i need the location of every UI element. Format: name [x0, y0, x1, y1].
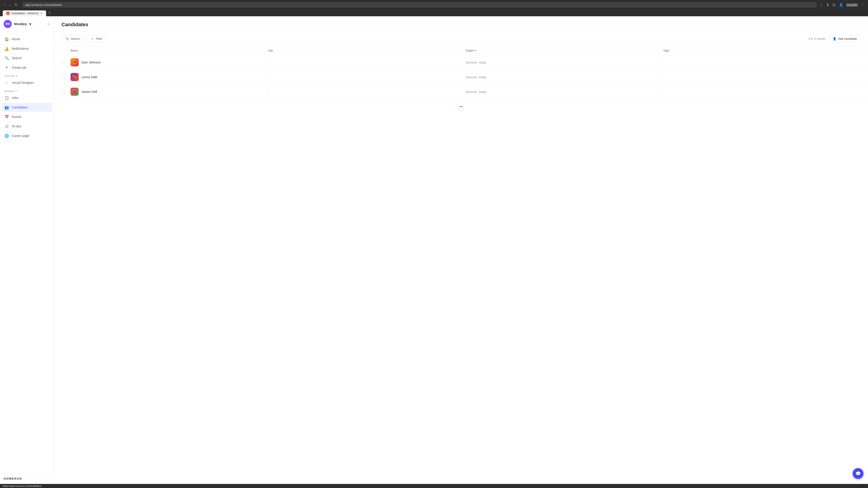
results-count: 3 of 3 results — [808, 37, 825, 40]
toolbar-right: 3 of 3 results 👤 Add candidate — [808, 35, 861, 42]
profile-icon[interactable]: 👤 — [838, 2, 844, 7]
col-header-checkbox — [61, 49, 70, 52]
candidate-job-2: - — [268, 75, 466, 79]
search-icon: 🔍 — [4, 56, 9, 60]
candidate-avatar-1: 🌻 — [70, 58, 79, 66]
chat-icon: 💬 — [855, 471, 861, 476]
tab-title: Candidates - Homerun — [11, 12, 39, 15]
spinner — [458, 106, 464, 111]
candidate-info-1: 🌻 Sam Johnson — [70, 58, 268, 66]
company-section: Moodjoy ▾ — [2, 88, 52, 93]
sidebar-header: MM Moodjoy ▾ « — [0, 16, 54, 32]
app-layout: MM Moodjoy ▾ « 🏠 Home 🔔 Notifications 🔍 … — [0, 16, 868, 484]
user-name: Moodjoy — [14, 22, 27, 26]
candidate-name-1: Sam Johnson — [81, 61, 101, 64]
toolbar-left: 🔍 Search ⚡ Filter — [61, 35, 106, 42]
row-checkbox-2[interactable] — [61, 75, 70, 79]
candidate-name-2: Leony Dale — [81, 75, 97, 79]
col-header-name: Name — [70, 49, 268, 52]
checkbox-1[interactable] — [61, 61, 65, 64]
search-button[interactable]: 🔍 Search — [61, 35, 84, 42]
extensions-icon[interactable]: ⧉ — [832, 2, 836, 7]
toolbar: 🔍 Search ⚡ Filter 3 of 3 results 👤 Add c… — [54, 31, 868, 46]
origin-sort-icon[interactable]: ▾ — [474, 49, 476, 52]
jobs-icon: 📋 — [4, 96, 9, 100]
candidate-job-3: - — [268, 90, 466, 94]
collapse-sidebar-button[interactable]: « — [46, 21, 51, 27]
sidebar-item-visual-designer-label: Visual Designer — [12, 81, 34, 85]
sidebar-item-jobs-label: Jobs — [12, 96, 19, 100]
table-header: Name Job Origin ▾ Tags — [54, 46, 868, 55]
candidate-origin-1: Sourced · today — [466, 61, 663, 64]
col-header-origin: Origin ▾ — [466, 49, 663, 52]
visual-designer-icon: ◎ — [4, 80, 9, 85]
browser-actions: ☆ ⬇ ⧉ 👤 Incognito ⋮ — [818, 2, 865, 7]
candidate-job-1: - — [268, 61, 466, 64]
table-row[interactable]: 🌻 Sam Johnson - Sourced · today - — [54, 55, 868, 70]
sidebar-item-career-page[interactable]: 🌐 Career page — [2, 131, 52, 140]
create-job-icon: + — [4, 65, 9, 70]
active-tab[interactable]: H Candidates - Homerun ✕ — [3, 10, 46, 16]
sidebar-item-home[interactable]: 🏠 Home — [2, 35, 52, 43]
back-button[interactable]: ‹ — [3, 2, 6, 8]
row-checkbox-1[interactable] — [61, 61, 70, 64]
sidebar-item-notifications[interactable]: 🔔 Notifications — [2, 44, 52, 53]
sidebar-item-search-label: Search — [12, 56, 22, 60]
candidates-icon: 👥 — [4, 105, 9, 109]
page-header: Candidates — [54, 16, 868, 31]
browser-controls: ‹ › ↻ ☆ ⬇ ⧉ 👤 Incognito ⋮ — [3, 2, 865, 8]
candidate-emoji-2: 🦖 — [72, 74, 78, 80]
add-candidate-button[interactable]: 👤 Add candidate — [829, 35, 861, 42]
checkbox-3[interactable] — [61, 90, 65, 94]
home-icon: 🏠 — [4, 37, 9, 41]
checkbox-2[interactable] — [61, 75, 65, 79]
candidate-info-2: 🦖 Leony Dale — [70, 73, 268, 81]
candidate-info-3: 🌺 James Dell — [70, 88, 268, 96]
user-info[interactable]: MM Moodjoy ▾ — [4, 20, 31, 28]
new-tab-button[interactable]: + — [46, 10, 53, 16]
add-candidate-label: Add candidate — [838, 37, 857, 40]
menu-icon[interactable]: ⋮ — [860, 2, 865, 7]
your-jobs-dropdown-icon: ▾ — [16, 74, 18, 77]
user-dropdown-icon: ▾ — [29, 22, 31, 26]
page-title: Candidates — [61, 22, 861, 31]
sidebar-item-career-page-label: Career page — [12, 134, 29, 138]
sidebar-item-jobs[interactable]: 📋 Jobs — [2, 93, 52, 102]
tab-close-button[interactable]: ✕ — [40, 12, 42, 15]
sidebar-item-visual-designer[interactable]: ◎ Visual Designer — [2, 78, 52, 87]
table-row[interactable]: 🦖 Leony Dale - Sourced · today - — [54, 70, 868, 85]
sidebar-item-candidates[interactable]: 👥 Candidates — [2, 103, 52, 112]
sidebar-item-create-job-label: Create job — [12, 66, 26, 69]
sidebar-item-events[interactable]: 📅 Events — [2, 112, 52, 121]
events-icon: 📅 — [4, 115, 9, 119]
add-candidate-icon: 👤 — [833, 37, 836, 40]
candidate-tags-1: - — [663, 61, 861, 64]
row-checkbox-3[interactable] — [61, 90, 70, 94]
download-icon[interactable]: ⬇ — [825, 2, 830, 7]
company-label: Moodjoy — [4, 90, 14, 92]
address-bar[interactable] — [23, 2, 817, 8]
filter-button[interactable]: ⚡ Filter — [87, 35, 106, 42]
your-jobs-section: Your jobs ▾ — [2, 72, 52, 78]
sidebar-item-create-job[interactable]: + Create job — [2, 63, 52, 72]
bookmark-icon[interactable]: ☆ — [818, 2, 824, 7]
forward-button[interactable]: › — [8, 2, 12, 8]
candidate-emoji-1: 🌻 — [72, 60, 78, 65]
tabs-bar: H Candidates - Homerun ✕ + — [3, 10, 865, 16]
reload-button[interactable]: ↻ — [13, 2, 19, 8]
sidebar-item-notifications-label: Notifications — [12, 47, 29, 51]
your-jobs-label: Your jobs — [4, 74, 15, 77]
sidebar-item-search[interactable]: 🔍 Search — [2, 54, 52, 63]
loading-spinner — [54, 99, 868, 118]
sidebar-item-todos-label: To-dos — [12, 125, 21, 128]
sidebar-item-todos[interactable]: ☑ To-dos — [2, 122, 52, 131]
candidate-avatar-2: 🦖 — [70, 73, 79, 81]
sidebar-item-home-label: Home — [12, 37, 20, 41]
table-row[interactable]: 🌺 James Dell - Sourced · today - — [54, 85, 868, 99]
notifications-icon: 🔔 — [4, 46, 9, 51]
chat-widget[interactable]: 💬 — [852, 468, 864, 479]
candidate-emoji-3: 🌺 — [72, 89, 78, 94]
incognito-badge: Incognito — [846, 3, 858, 7]
filter-button-label: Filter — [96, 37, 102, 40]
col-header-job: Job — [268, 49, 466, 52]
